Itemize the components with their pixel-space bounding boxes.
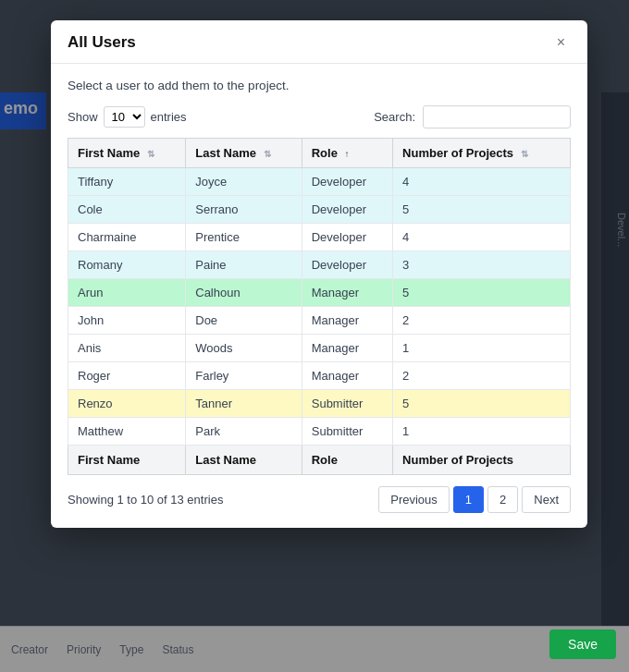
cell-projects: 2 bbox=[393, 362, 571, 390]
cell-last: Woods bbox=[186, 335, 302, 362]
show-label: Show bbox=[68, 110, 98, 124]
table-footer-bar: Showing 1 to 10 of 13 entries Previous 1… bbox=[68, 486, 571, 513]
table-controls: Show 10 25 50 entries Search: bbox=[68, 105, 571, 128]
sort-projects-icon: ⇅ bbox=[521, 149, 528, 159]
cell-first: Renzo bbox=[68, 390, 186, 418]
cell-last: Tanner bbox=[186, 390, 302, 418]
users-table: First Name ⇅ Last Name ⇅ Role ↑ Number o… bbox=[68, 138, 571, 475]
cell-role: Developer bbox=[302, 251, 392, 279]
footer-projects: Number of Projects bbox=[393, 446, 571, 475]
cell-last: Paine bbox=[186, 251, 302, 279]
showing-text: Showing 1 to 10 of 13 entries bbox=[68, 493, 223, 507]
pagination: Previous 1 2 Next bbox=[378, 486, 571, 513]
table-foot: First Name Last Name Role Number of Proj… bbox=[68, 446, 571, 475]
page-1-button[interactable]: 1 bbox=[453, 486, 484, 513]
show-entries-control: Show 10 25 50 entries bbox=[68, 106, 187, 128]
cell-projects: 5 bbox=[393, 196, 571, 224]
col-last-name: Last Name ⇅ bbox=[186, 139, 302, 168]
save-button[interactable]: Save bbox=[549, 629, 616, 659]
footer-first-name: First Name bbox=[68, 446, 186, 475]
cell-first: Cole bbox=[68, 196, 186, 224]
table-row[interactable]: RenzoTannerSubmitter5 bbox=[68, 390, 571, 418]
cell-first: Anis bbox=[68, 335, 186, 362]
cell-last: Serrano bbox=[186, 196, 302, 224]
cell-last: Calhoun bbox=[186, 279, 302, 307]
table-row[interactable]: ArunCalhounManager5 bbox=[68, 279, 571, 307]
previous-button[interactable]: Previous bbox=[378, 486, 450, 513]
entries-label: entries bbox=[151, 110, 187, 124]
cell-projects: 5 bbox=[393, 279, 571, 307]
modal-subtitle: Select a user to add them to the project… bbox=[68, 79, 571, 92]
table-row[interactable]: AnisWoodsManager1 bbox=[68, 335, 571, 362]
cell-projects: 1 bbox=[393, 335, 571, 362]
cell-role: Submitter bbox=[302, 390, 392, 418]
footer-role: Role bbox=[302, 446, 392, 475]
table-body: TiffanyJoyceDeveloper4ColeSerranoDevelop… bbox=[68, 168, 571, 446]
modal-close-button[interactable]: × bbox=[551, 33, 571, 52]
cell-projects: 3 bbox=[393, 251, 571, 279]
sort-last-icon: ⇅ bbox=[264, 149, 271, 159]
cell-last: Doe bbox=[186, 307, 302, 335]
table-row[interactable]: MatthewParkSubmitter1 bbox=[68, 418, 571, 446]
table-footer-row: First Name Last Name Role Number of Proj… bbox=[68, 446, 571, 475]
cell-last: Park bbox=[186, 418, 302, 446]
table-row[interactable]: CharmainePrenticeDeveloper4 bbox=[68, 224, 571, 251]
footer-last-name: Last Name bbox=[186, 446, 302, 475]
col-role: Role ↑ bbox=[302, 139, 392, 168]
cell-projects: 4 bbox=[393, 168, 571, 196]
cell-role: Manager bbox=[302, 307, 392, 335]
cell-projects: 5 bbox=[393, 390, 571, 418]
cell-projects: 1 bbox=[393, 418, 571, 446]
table-row[interactable]: ColeSerranoDeveloper5 bbox=[68, 196, 571, 224]
cell-last: Joyce bbox=[186, 168, 302, 196]
search-wrap: Search: bbox=[374, 105, 571, 128]
cell-role: Manager bbox=[302, 335, 392, 362]
search-label: Search: bbox=[374, 110, 415, 124]
modal-title: All Users bbox=[68, 33, 136, 52]
page-2-button[interactable]: 2 bbox=[487, 486, 518, 513]
table-row[interactable]: RomanyPaineDeveloper3 bbox=[68, 251, 571, 279]
cell-first: Tiffany bbox=[68, 168, 186, 196]
table-row[interactable]: RogerFarleyManager2 bbox=[68, 362, 571, 390]
col-first-name: First Name ⇅ bbox=[68, 139, 186, 168]
cell-first: Charmaine bbox=[68, 224, 186, 251]
table-header-row: First Name ⇅ Last Name ⇅ Role ↑ Number o… bbox=[68, 139, 571, 168]
cell-role: Manager bbox=[302, 279, 392, 307]
cell-first: John bbox=[68, 307, 186, 335]
modal-header: All Users × bbox=[51, 20, 587, 64]
search-input[interactable] bbox=[423, 105, 571, 128]
cell-last: Prentice bbox=[186, 224, 302, 251]
modal-body: Select a user to add them to the project… bbox=[51, 64, 587, 528]
table-head: First Name ⇅ Last Name ⇅ Role ↑ Number o… bbox=[68, 139, 571, 168]
col-projects: Number of Projects ⇅ bbox=[393, 139, 571, 168]
cell-first: Romany bbox=[68, 251, 186, 279]
cell-role: Submitter bbox=[302, 418, 392, 446]
sort-role-icon: ↑ bbox=[345, 149, 350, 159]
cell-role: Developer bbox=[302, 196, 392, 224]
next-button[interactable]: Next bbox=[522, 486, 571, 513]
cell-projects: 2 bbox=[393, 307, 571, 335]
cell-projects: 4 bbox=[393, 224, 571, 251]
cell-role: Developer bbox=[302, 168, 392, 196]
table-row[interactable]: JohnDoeManager2 bbox=[68, 307, 571, 335]
all-users-modal: All Users × Select a user to add them to… bbox=[51, 20, 587, 528]
cell-first: Arun bbox=[68, 279, 186, 307]
cell-last: Farley bbox=[186, 362, 302, 390]
entries-select[interactable]: 10 25 50 bbox=[104, 106, 145, 128]
table-row[interactable]: TiffanyJoyceDeveloper4 bbox=[68, 168, 571, 196]
sort-first-icon: ⇅ bbox=[147, 149, 154, 159]
cell-role: Manager bbox=[302, 362, 392, 390]
cell-role: Developer bbox=[302, 224, 392, 251]
save-button-wrap: Save bbox=[549, 629, 616, 659]
cell-first: Roger bbox=[68, 362, 186, 390]
cell-first: Matthew bbox=[68, 418, 186, 446]
